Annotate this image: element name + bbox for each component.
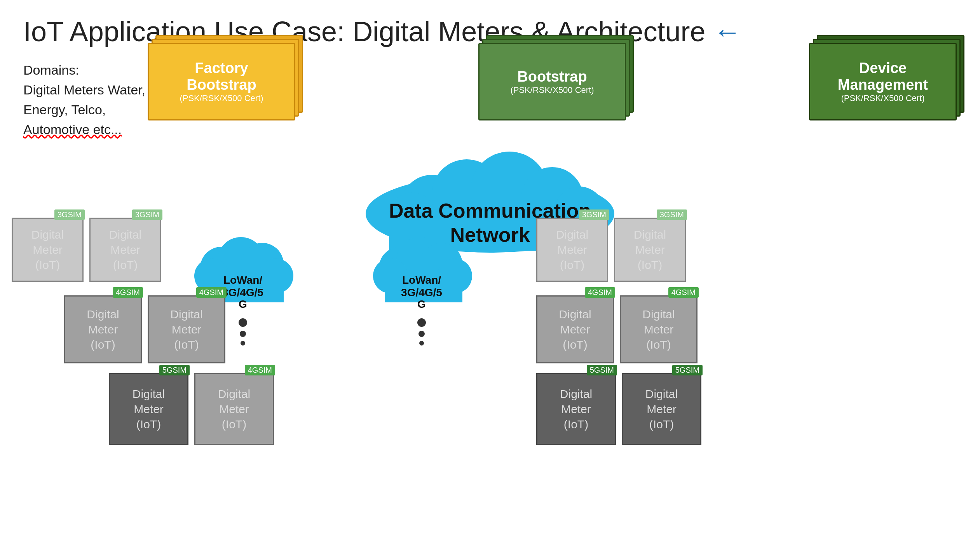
factory-bootstrap-title: FactoryBootstrap [187,60,256,93]
bootstrap-card: Bootstrap (PSK/RSK/X500 Cert) [478,43,626,120]
meter-text-5: DigitalMeter(IoT) [87,307,119,352]
svg-text:G: G [417,298,426,310]
device-management-card: DeviceManagement (PSK/RSK/X500 Cert) [809,43,957,120]
svg-text:LoWan/: LoWan/ [402,274,441,286]
domains-label: Domains: [23,60,145,80]
dot-3 [241,341,245,346]
meter-text-11: DigitalMeter(IoT) [560,386,592,432]
meter-box-1: 3GSIM DigitalMeter(IoT) [12,218,84,282]
sim-badge-6: 4GSIM [196,287,227,298]
svg-text:G: G [239,298,247,310]
meter-text-2: DigitalMeter(IoT) [109,227,141,272]
meter-box-6: 4GSIM DigitalMeter(IoT) [148,295,225,363]
sim-badge-4: 3GSIM [657,209,687,220]
sim-badge-1: 3GSIM [54,209,85,220]
meter-box-8: 4GSIM DigitalMeter(IoT) [620,295,698,363]
bootstrap-title: Bootstrap [517,68,587,85]
meter-box-3: 3GSIM DigitalMeter(IoT) [536,218,608,282]
sim-badge-5: 4GSIM [113,287,143,298]
svg-text:3G/4G/5: 3G/4G/5 [401,286,442,298]
meter-text-4: DigitalMeter(IoT) [634,227,666,272]
dot-r2 [419,331,425,337]
dot-r3 [419,341,424,346]
meter-box-9: 5GSIM DigitalMeter(IoT) [109,373,188,445]
meter-text-7: DigitalMeter(IoT) [559,307,591,352]
factory-bootstrap-card: FactoryBootstrap (PSK/RSK/X500 Cert) [148,43,295,120]
dot-r1 [417,318,426,327]
card-front-darkgreen: DeviceManagement (PSK/RSK/X500 Cert) [809,43,957,120]
meter-text-1: DigitalMeter(IoT) [31,227,64,272]
meter-box-2: 3GSIM DigitalMeter(IoT) [89,218,161,282]
card-front-green: Bootstrap (PSK/RSK/X500 Cert) [478,43,626,120]
automotive-text: Automotive etc... [23,122,122,137]
dots-right [369,318,474,346]
meter-box-12: 5GSIM DigitalMeter(IoT) [622,373,701,445]
meter-text-6: DigitalMeter(IoT) [170,307,202,352]
slide-page: IoT Application Use Case: Digital Meters… [0,0,980,548]
card-front-orange: FactoryBootstrap (PSK/RSK/X500 Cert) [148,43,295,120]
sim-badge-7: 4GSIM [585,287,615,298]
small-cloud-right-container: LoWan/ 3G/4G/5 G [369,233,474,346]
meter-box-11: 5GSIM DigitalMeter(IoT) [536,373,616,445]
meter-box-10: 4GSIM DigitalMeter(IoT) [194,373,274,445]
device-management-title: DeviceManagement [838,60,928,93]
sim-badge-12: 5GSIM [672,365,703,375]
meter-box-7: 4GSIM DigitalMeter(IoT) [536,295,614,363]
sim-badge-2: 3GSIM [132,209,162,220]
sim-badge-3: 3GSIM [579,209,609,220]
meter-text-9: DigitalMeter(IoT) [133,386,165,432]
small-cloud-right-svg: LoWan/ 3G/4G/5 G [369,233,474,315]
svg-text:LoWan/: LoWan/ [223,274,262,286]
sim-badge-8: 4GSIM [668,287,699,298]
sim-badge-9: 5GSIM [159,365,190,375]
device-management-sub: (PSK/RSK/X500 Cert) [841,93,924,103]
domains-text: Domains: Digital Meters Water, Energy, T… [23,60,145,140]
meter-box-4: 3GSIM DigitalMeter(IoT) [614,218,686,282]
meter-box-5: 4GSIM DigitalMeter(IoT) [64,295,142,363]
meter-text-3: DigitalMeter(IoT) [556,227,588,272]
meter-text-10: DigitalMeter(IoT) [218,386,250,432]
svg-text:3G/4G/5: 3G/4G/5 [222,286,263,298]
factory-bootstrap-sub: (PSK/RSK/X500 Cert) [180,93,263,103]
sim-badge-10: 4GSIM [245,365,275,375]
domains-list: Digital Meters Water, Energy, Telco, Aut… [23,80,145,140]
dot-2 [240,331,246,337]
sim-badge-11: 5GSIM [587,365,617,375]
top-cards-area: FactoryBootstrap (PSK/RSK/X500 Cert) Boo… [148,43,957,120]
dot-1 [239,318,247,327]
meter-text-12: DigitalMeter(IoT) [645,386,678,432]
meter-text-8: DigitalMeter(IoT) [642,307,675,352]
bootstrap-sub: (PSK/RSK/X500 Cert) [510,85,594,95]
